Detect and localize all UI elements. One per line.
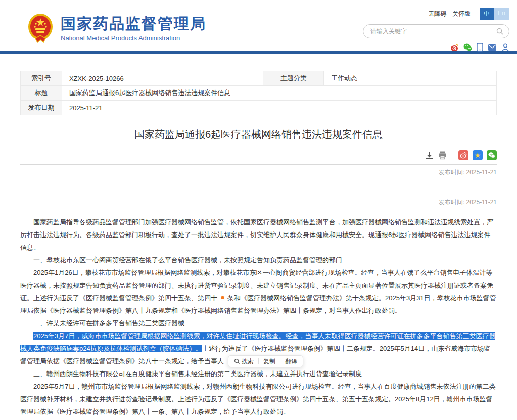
publish-time-1: 发布时间: 2025-11-21: [20, 168, 497, 177]
date-label: 发布日期: [21, 101, 62, 115]
mobile-icon[interactable]: [477, 43, 483, 52]
title-label: 标题: [21, 86, 62, 101]
section2-paragraph: 2025年3月7日，威海市市场监督管理局根据网络监测线索，对许某住址进行现场检查…: [20, 330, 497, 367]
table-row: 发布日期 2025-11-21: [21, 101, 497, 115]
print-button[interactable]: [438, 151, 447, 160]
search-icon[interactable]: [496, 27, 504, 35]
download-button[interactable]: [425, 151, 434, 160]
mail-icon[interactable]: [488, 44, 497, 51]
wechat-icon[interactable]: [463, 43, 472, 52]
index-value: XZXK-2025-10266: [62, 71, 263, 86]
national-emblem-icon: [27, 13, 54, 43]
intro-paragraph: 国家药监局指导各级药品监督管理部门加强医疗器械网络销售监管，依托国家医疗器械网络…: [20, 216, 497, 254]
popup-search-button[interactable]: 搜索: [234, 357, 254, 365]
date-value: 2025-11-21: [62, 101, 496, 115]
section1-heading: 一、攀枝花市东区一心阁商贸经营部在饿了么平台销售医疗器械，未按照规定告知负责药品…: [20, 254, 497, 266]
popup-search-icon: [234, 358, 240, 364]
site-title: 国家药品监督管理局: [61, 15, 206, 32]
weibo-icon[interactable]: [450, 43, 459, 52]
site-subtitle: National Medical Products Administration: [61, 34, 206, 42]
share-weibo-button[interactable]: [458, 150, 468, 160]
header-social-icons: [363, 43, 509, 52]
browser-extension-cursor-icon[interactable]: [218, 294, 226, 302]
text-selection-popup: 搜索复制翻译: [228, 355, 303, 367]
publish-time-2: 发布时间: 2025-11-21: [20, 198, 497, 207]
lang-en-button[interactable]: En: [494, 8, 509, 20]
print-icon: [438, 151, 447, 160]
popup-translate-button[interactable]: 翻译: [285, 357, 297, 365]
table-row: 索引号 XZXK-2025-10266 主题分类 工作动态: [21, 71, 497, 86]
popup-copy-button[interactable]: 复制: [263, 357, 275, 365]
section3-paragraph: 2025年5月7日，赣州市市场监督管理局根据网络监测线索，对赣州西朗生物科技有限…: [20, 380, 497, 418]
article-tools: ★: [20, 150, 497, 160]
article-title: 国家药监局通报6起医疗器械网络销售违法违规案件信息: [20, 128, 497, 142]
language-toggle: 中 En: [480, 8, 509, 20]
weibo-share-icon: [460, 152, 467, 159]
star-icon: ★: [475, 152, 481, 159]
table-row: 标题 国家药监局通报6起医疗器械网络销售违法违规案件信息: [21, 86, 497, 101]
section3-heading: 三、赣州西朗生物科技有限公司在百度健康平台销售未经注册的第二类医疗器械，未建立并…: [20, 367, 497, 380]
popup-divider: [258, 358, 259, 364]
title-value: 国家药监局通报6起医疗器械网络销售违法违规案件信息: [62, 86, 496, 101]
site-header: 国家药品监督管理局 National Medical Products Admi…: [0, 0, 517, 51]
care-mode-link[interactable]: 关怀版: [452, 10, 471, 18]
site-logo[interactable]: 国家药品监督管理局 National Medical Products Admi…: [27, 13, 206, 43]
section1-paragraph: 2025年1月26日，攀枝花市市场监督管理局根据网络监测线索，对攀枝花市东区一心…: [20, 266, 497, 317]
category-value: 工作动态: [324, 71, 497, 86]
search-input[interactable]: [370, 28, 496, 35]
user-icon[interactable]: [501, 43, 509, 52]
index-label: 索引号: [21, 71, 62, 86]
popup-divider: [280, 358, 280, 364]
section2-heading: 二、许某未经许可在拼多多平台销售第三类医疗器械: [20, 317, 497, 330]
section4-heading: 四、上海季褚商贸有限公司未办理第二类医疗器械经营备案在美团平台销售第二类医疗器械: [20, 418, 497, 420]
favorite-button[interactable]: ★: [473, 150, 483, 160]
wechat-share-icon: [488, 152, 495, 159]
site-search: [363, 24, 509, 38]
share-wechat-button[interactable]: [487, 150, 497, 160]
main-content: 索引号 XZXK-2025-10266 主题分类 工作动态 标题 国家药监局通报…: [0, 71, 517, 420]
article-body: 国家药监局指导各级药品监督管理部门加强医疗器械网络销售监管，依托国家医疗器械网络…: [20, 216, 497, 420]
accessibility-link[interactable]: 无障碍: [428, 10, 446, 18]
download-icon: [425, 151, 434, 160]
category-label: 主题分类: [263, 71, 324, 86]
title-divider: [20, 164, 497, 165]
lang-zh-button[interactable]: 中: [480, 8, 494, 20]
document-info-table: 索引号 XZXK-2025-10266 主题分类 工作动态 标题 国家药监局通报…: [20, 71, 497, 115]
header-right: 无障碍 关怀版 中 En: [363, 8, 509, 52]
